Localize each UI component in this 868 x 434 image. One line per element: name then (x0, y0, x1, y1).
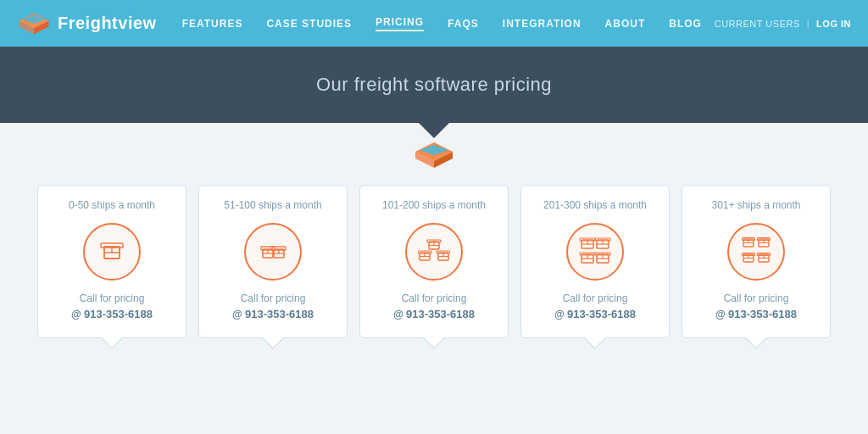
hero-banner: Our freight software pricing (0, 47, 868, 123)
card-pricing-text-2: Call for pricing (402, 292, 467, 304)
card-icon-0 (83, 223, 141, 281)
card-icon-2 (405, 223, 463, 281)
card-title-2: 101-200 ships a month (382, 199, 486, 211)
logo[interactable]: Freightview (17, 12, 157, 36)
card-pricing-text-1: Call for pricing (241, 292, 306, 304)
card-icon-4 (727, 223, 785, 281)
logo-icon (17, 12, 51, 36)
nav-features[interactable]: FEATURES (182, 18, 243, 30)
current-users-label: CURRENT USERS (715, 19, 800, 29)
card-phone-2: 913-353-6188 (393, 308, 475, 320)
card-title-3: 201-300 ships a month (543, 199, 647, 211)
pricing-cards: 0-50 ships a month Call for pricing 913-… (34, 185, 834, 338)
pricing-card-0: 0-50 ships a month Call for pricing 913-… (37, 185, 186, 338)
pricing-section: 0-50 ships a month Call for pricing 913-… (0, 176, 868, 355)
nav-links: FEATURES CASE STUDIES PRICING FAQS INTEG… (182, 16, 715, 31)
card-title-1: 51-100 ships a month (224, 199, 321, 211)
card-pricing-text-4: Call for pricing (724, 292, 789, 304)
grid-boxes-icon (741, 236, 771, 267)
nav-pricing[interactable]: PRICING (376, 16, 424, 31)
card-title-4: 301+ ships a month (711, 199, 800, 211)
card-title-0: 0-50 ships a month (69, 199, 155, 211)
card-phone-3: 913-353-6188 (554, 308, 636, 320)
pricing-card-1: 51-100 ships a month Call for pricing 91… (198, 185, 348, 338)
card-pricing-text-0: Call for pricing (80, 292, 145, 304)
nav-faqs[interactable]: FAQS (448, 18, 479, 30)
hero-title: Our freight software pricing (316, 74, 552, 96)
card-phone-1: 913-353-6188 (232, 308, 314, 320)
card-phone-0: 913-353-6188 (71, 308, 153, 320)
nav-right: CURRENT USERS | LOG IN (715, 19, 851, 29)
single-box-icon (97, 237, 126, 266)
logo-text: Freightview (58, 14, 157, 33)
login-link[interactable]: LOG IN (816, 19, 851, 29)
svg-rect-13 (101, 243, 123, 248)
card-icon-3 (566, 223, 624, 281)
pricing-card-2: 101-200 ships a month Call for (359, 185, 509, 338)
card-pricing-text-3: Call for pricing (563, 292, 628, 304)
two-boxes-icon (259, 237, 287, 266)
pricing-card-3: 201-300 ships a month (520, 185, 670, 338)
pricing-card-4: 301+ ships a month (682, 185, 831, 338)
navbar: Freightview FEATURES CASE STUDIES PRICIN… (0, 0, 868, 47)
three-boxes-icon (418, 237, 450, 266)
nav-integration[interactable]: INTEGRATION (503, 18, 581, 30)
sub-logo-icon (413, 140, 455, 170)
card-phone-4: 913-353-6188 (715, 308, 797, 320)
nav-about[interactable]: ABOUT (605, 18, 646, 30)
four-boxes-icon (579, 236, 611, 267)
nav-blog[interactable]: BLOG (669, 18, 702, 30)
card-icon-1 (244, 223, 302, 281)
nav-case-studies[interactable]: CASE STUDIES (266, 18, 352, 30)
nav-divider: | (807, 19, 810, 29)
